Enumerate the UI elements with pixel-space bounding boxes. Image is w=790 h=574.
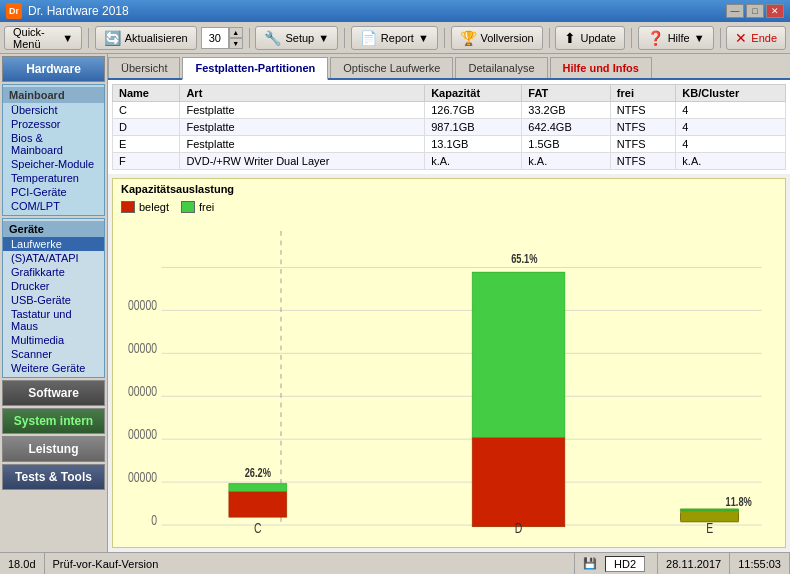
table-cell: NTFS (610, 102, 676, 119)
col-fat: FAT (522, 85, 611, 102)
svg-text:00000: 00000 (128, 298, 157, 314)
report-label: Report (381, 32, 414, 44)
table-cell: F (113, 153, 180, 170)
interval-input[interactable]: 30 (201, 27, 229, 49)
refresh-button[interactable]: 🔄 Aktualisieren (95, 26, 197, 50)
window-title: Dr. Hardware 2018 (28, 4, 726, 18)
time-label: 11:55:03 (738, 558, 781, 570)
sidebar-item-temperaturen[interactable]: Temperaturen (3, 171, 104, 185)
sidebar-item-usb[interactable]: USB-Geräte (3, 293, 104, 307)
table-cell: DVD-/+RW Writer Dual Layer (180, 153, 425, 170)
tab-detailanalyse[interactable]: Detailanalyse (455, 57, 547, 78)
close-button[interactable]: ✕ (766, 4, 784, 18)
tab-ubersicht[interactable]: Übersicht (108, 57, 180, 78)
status-edition: Prüf-vor-Kauf-Version (45, 553, 576, 574)
report-icon: 📄 (360, 30, 377, 46)
sidebar-item-drucker[interactable]: Drucker (3, 279, 104, 293)
table-cell: NTFS (610, 153, 676, 170)
spin-down-button[interactable]: ▼ (229, 38, 243, 49)
col-frei: frei (610, 85, 676, 102)
tests-tools-header[interactable]: Tests & Tools (2, 464, 105, 490)
table-cell: 4 (676, 102, 786, 119)
tests-tools-label: Tests & Tools (15, 470, 92, 484)
spin-up-button[interactable]: ▲ (229, 27, 243, 38)
hardware-header[interactable]: Hardware (2, 56, 105, 82)
statusbar: 18.0d Prüf-vor-Kauf-Version 💾 HD2 28.11.… (0, 552, 790, 574)
tab-festplatten[interactable]: Festplatten-Partitionen (182, 57, 328, 80)
report-arrow: ▼ (418, 32, 429, 44)
svg-text:E: E (706, 520, 713, 533)
tab-optische[interactable]: Optische Laufwerke (330, 57, 453, 78)
minimize-button[interactable]: — (726, 4, 744, 18)
sep1 (88, 28, 89, 48)
hilfe-button[interactable]: ❓ Hilfe ▼ (638, 26, 714, 50)
refresh-label: Aktualisieren (125, 32, 188, 44)
system-intern-header[interactable]: System intern (2, 408, 105, 434)
sidebar-item-tastatur[interactable]: Tastatur und Maus (3, 307, 104, 333)
ende-icon: ✕ (735, 30, 747, 46)
sidebar-item-pci[interactable]: PCI-Geräte (3, 185, 104, 199)
tab-hilfe[interactable]: Hilfe und Infos (550, 57, 652, 78)
report-button[interactable]: 📄 Report ▼ (351, 26, 438, 50)
setup-label: Setup (285, 32, 314, 44)
software-section: Software (0, 380, 107, 406)
vollversion-button[interactable]: 🏆 Vollversion (451, 26, 543, 50)
svg-text:00000: 00000 (128, 384, 157, 400)
sidebar-item-prozessor[interactable]: Prozessor (3, 117, 104, 131)
app-icon: Dr (6, 3, 22, 19)
chart-legend: belegt frei (113, 199, 785, 215)
software-header[interactable]: Software (2, 380, 105, 406)
svg-text:0: 0 (151, 512, 157, 528)
table-cell: C (113, 102, 180, 119)
bar-c-used (229, 492, 287, 517)
hardware-section: Hardware Mainboard Übersicht Prozessor B… (0, 56, 107, 378)
toolbar: Quick-Menü ▼ 🔄 Aktualisieren 30 ▲ ▼ 🔧 Se… (0, 22, 790, 54)
sidebar-item-grafikkarte[interactable]: Grafikkarte (3, 265, 104, 279)
sidebar-item-sata[interactable]: (S)ATA/ATAPI (3, 251, 104, 265)
leistung-header[interactable]: Leistung (2, 436, 105, 462)
col-kapazitat: Kapazität (425, 85, 522, 102)
quick-menu-button[interactable]: Quick-Menü ▼ (4, 26, 82, 50)
hilfe-label: Hilfe (668, 32, 690, 44)
status-time: 11:55:03 (730, 553, 790, 574)
interval-spinbox: 30 ▲ ▼ (201, 27, 243, 49)
ende-button[interactable]: ✕ Ende (726, 26, 786, 50)
hd-pill: HD2 (605, 556, 645, 572)
setup-icon: 🔧 (264, 30, 281, 46)
svg-text:00000: 00000 (128, 341, 157, 357)
status-date: 28.11.2017 (658, 553, 730, 574)
col-art: Art (180, 85, 425, 102)
table-cell: Festplatte (180, 102, 425, 119)
sidebar-item-ubersicht[interactable]: Übersicht (3, 103, 104, 117)
edition-label: Prüf-vor-Kauf-Version (53, 558, 159, 570)
hilfe-arrow: ▼ (694, 32, 705, 44)
table-cell: NTFS (610, 136, 676, 153)
table-cell: k.A. (522, 153, 611, 170)
sep6 (631, 28, 632, 48)
sidebar-item-comlpt[interactable]: COM/LPT (3, 199, 104, 213)
mainboard-subsection: Mainboard Übersicht Prozessor Bios & Mai… (2, 84, 105, 216)
chart-title: Kapazitätsauslastung (113, 179, 785, 199)
table-cell: 1.5GB (522, 136, 611, 153)
legend-frei: frei (181, 201, 214, 213)
update-button[interactable]: ⬆ Update (555, 26, 624, 50)
bar-d-used (472, 438, 565, 527)
sidebar-item-laufwerke[interactable]: Laufwerke (3, 237, 104, 251)
setup-button[interactable]: 🔧 Setup ▼ (255, 26, 338, 50)
svg-text:00000: 00000 (128, 427, 157, 443)
sidebar-item-multimedia[interactable]: Multimedia (3, 333, 104, 347)
table-cell: 4 (676, 119, 786, 136)
table-cell: 642.4GB (522, 119, 611, 136)
table-cell: 126.7GB (425, 102, 522, 119)
maximize-button[interactable]: □ (746, 4, 764, 18)
table-cell: 33.2GB (522, 102, 611, 119)
sep3 (344, 28, 345, 48)
sidebar-item-scanner[interactable]: Scanner (3, 347, 104, 361)
svg-text:26.2%: 26.2% (245, 466, 271, 480)
table-cell: E (113, 136, 180, 153)
sidebar-item-speicher[interactable]: Speicher-Module (3, 157, 104, 171)
sidebar-item-bios[interactable]: Bios & Mainboard (3, 131, 104, 157)
sidebar-item-weitere[interactable]: Weitere Geräte (3, 361, 104, 375)
titlebar: Dr Dr. Hardware 2018 — □ ✕ (0, 0, 790, 22)
svg-text:D: D (515, 520, 523, 533)
